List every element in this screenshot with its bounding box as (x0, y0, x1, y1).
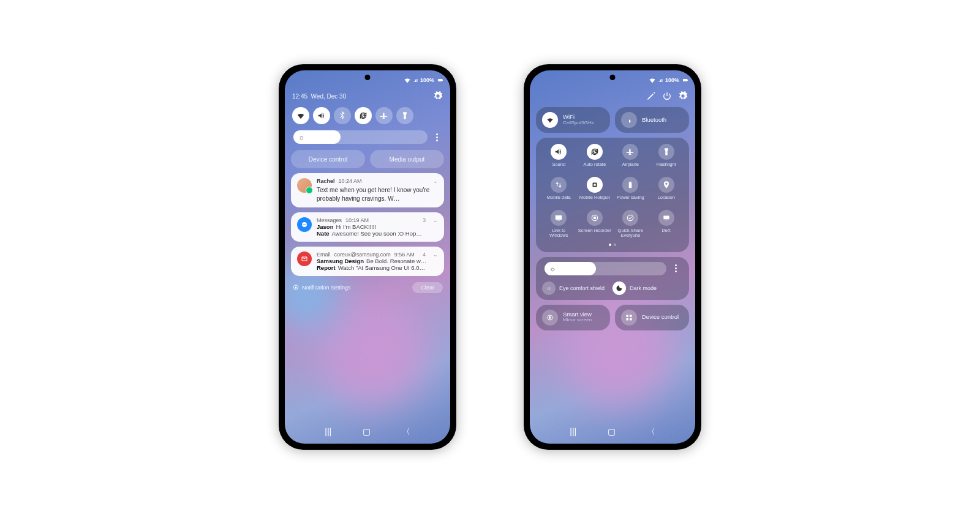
screen-notifications-panel: .ıl 100% 12:45 Wed, Dec 30 ☼ Device cont… (285, 70, 450, 444)
smart-view-tile[interactable]: Smart viewMirror screen (536, 305, 610, 330)
messages-app-icon (297, 217, 312, 232)
toggle-airplane[interactable] (375, 107, 393, 124)
wifi-signal-icon (404, 76, 411, 84)
battery-text: 100% (420, 77, 434, 83)
tile-sound[interactable]: Sound (542, 144, 576, 172)
battery-icon (682, 76, 689, 84)
power-button[interactable] (662, 91, 672, 101)
nav-bar: ||| ▢ 〈 (285, 426, 450, 438)
nav-back[interactable]: 〈 (402, 426, 410, 438)
brightness-slider[interactable]: ☼ (545, 262, 666, 275)
tile-airplane[interactable]: Airplane (614, 144, 647, 172)
bluetooth-icon (621, 112, 637, 128)
svg-rect-8 (687, 80, 688, 81)
nav-back[interactable]: 〈 (647, 426, 655, 438)
flashlight-icon (658, 144, 674, 160)
gear-icon (292, 284, 300, 291)
svg-point-3 (303, 224, 304, 225)
toggle-bluetooth[interactable] (334, 107, 351, 124)
brightness-menu-button[interactable] (432, 133, 442, 141)
tile-flashlight[interactable]: Flashlight (650, 144, 684, 172)
tile-label: Auto rotate (583, 162, 606, 172)
device-control-button[interactable]: Device control (291, 150, 365, 168)
front-camera (610, 75, 616, 80)
svg-marker-21 (549, 316, 551, 319)
settings-button[interactable] (678, 91, 688, 101)
svg-point-5 (305, 224, 306, 225)
hotspot-icon (587, 177, 603, 193)
nav-home[interactable]: ▢ (608, 426, 616, 438)
notif-line: JasonHi I'm BACK!!!!! (317, 223, 438, 230)
clear-notifications-button[interactable]: Clear (412, 282, 443, 293)
notif-count: 3 (423, 217, 426, 223)
brightness-slider[interactable]: ☼ (293, 130, 428, 144)
media-output-button[interactable]: Media output (370, 150, 444, 168)
edit-button[interactable] (646, 91, 656, 101)
toggle-wifi[interactable] (292, 107, 309, 124)
notification-card[interactable]: Emailcoreux@samsung.com9:56 AM4⌄Samsung … (291, 247, 444, 276)
svg-rect-23 (630, 315, 632, 317)
bluetooth-tile[interactable]: Bluetooth (615, 107, 689, 133)
svg-rect-19 (665, 220, 668, 221)
clock: 12:45 (292, 93, 307, 100)
chevron-down-icon[interactable]: ⌄ (433, 217, 438, 223)
tile-dex[interactable]: DeX (650, 210, 684, 239)
svg-rect-13 (556, 215, 562, 220)
tile-location[interactable]: Location (650, 177, 684, 205)
tile-rotate[interactable]: Auto rotate (578, 144, 612, 172)
tile-hotspot[interactable]: Mobile Hotspot (578, 177, 612, 205)
device-control-label: Device control (642, 314, 679, 320)
toggle-sound[interactable] (313, 107, 330, 124)
location-icon (658, 177, 674, 193)
dark-mode-icon (612, 281, 626, 295)
notification-card[interactable]: Messages10:19 AM3⌄JasonHi I'm BACK!!!!!N… (291, 212, 444, 242)
settings-button[interactable] (433, 91, 443, 101)
svg-point-6 (295, 287, 297, 289)
eye-comfort-label: Eye comfort shield (559, 285, 605, 291)
nav-recents[interactable]: ||| (570, 426, 576, 438)
tile-battery[interactable]: Power saving (614, 177, 647, 205)
device-control-icon (621, 310, 637, 326)
gear-icon (433, 91, 443, 101)
notif-time: 10:24 AM (339, 178, 362, 184)
dex-icon (658, 210, 674, 226)
toggle-flashlight[interactable] (396, 107, 413, 124)
rotate-icon (587, 144, 603, 160)
dark-mode-toggle[interactable]: Dark mode (612, 281, 683, 295)
device-control-tile[interactable]: Device control (615, 305, 689, 330)
tile-label: Flashlight (657, 162, 676, 172)
tile-label: Power saving (617, 195, 644, 205)
tile-windows[interactable]: Link to Windows (542, 210, 576, 239)
tile-record[interactable]: Screen recorder (578, 210, 612, 239)
svg-rect-7 (683, 79, 687, 81)
nav-recents[interactable]: ||| (325, 426, 331, 438)
brightness-menu-button[interactable] (671, 264, 680, 272)
svg-rect-12 (630, 185, 631, 187)
svg-point-16 (594, 217, 596, 219)
grid-pager[interactable] (542, 244, 683, 246)
notification-card[interactable]: Rachel10:24 AM⌄Text me when you get here… (291, 173, 444, 207)
notification-settings-link[interactable]: Notification Settings (292, 284, 351, 291)
tile-label: Mobile Hotspot (579, 195, 610, 205)
tile-label: Airplane (622, 162, 639, 172)
chevron-down-icon[interactable]: ⌄ (433, 251, 438, 258)
tile-updown[interactable]: Mobile data (542, 177, 576, 205)
tile-share[interactable]: Quick Share Everyone (614, 210, 647, 239)
eye-comfort-icon: ☼ (542, 281, 556, 295)
power-icon (662, 91, 672, 101)
nav-home[interactable]: ▢ (363, 426, 371, 438)
battery-text: 100% (665, 77, 679, 83)
dark-mode-label: Dark mode (630, 285, 657, 291)
svg-point-17 (628, 215, 633, 220)
notif-count: 4 (423, 251, 426, 258)
toggle-auto-rotate[interactable] (355, 107, 372, 124)
chevron-down-icon[interactable]: ⌄ (433, 178, 438, 184)
svg-rect-18 (663, 216, 669, 220)
tile-label: DeX (662, 228, 671, 238)
eye-comfort-toggle[interactable]: ☼ Eye comfort shield (542, 281, 612, 295)
wifi-network: CellSpot5GHz (563, 121, 594, 126)
wifi-tile[interactable]: WiFiCellSpot5GHz (536, 107, 610, 133)
notif-body: Text me when you get here! I know you're… (317, 186, 438, 203)
notification-settings-label: Notification Settings (302, 285, 351, 291)
quick-settings-grid: SoundAuto rotateAirplaneFlashlightMobile… (536, 138, 689, 252)
